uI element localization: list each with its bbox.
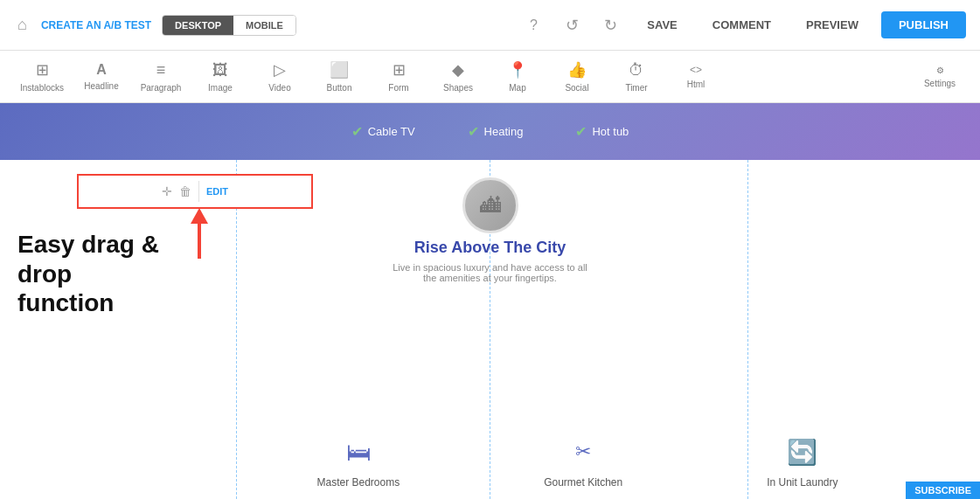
settings-button[interactable]: ⚙ Settings [914, 55, 966, 99]
toolbar-headline-label: Headline [84, 81, 118, 91]
top-navigation: ⌂ CREATE AN A/B TEST DESKTOP MOBILE ? ↺ … [0, 0, 980, 51]
toolbar-timer[interactable]: ⏱ Timer [608, 55, 664, 99]
video-icon: ▷ [274, 60, 286, 80]
banner-text-hottub: Hot tub [592, 125, 629, 138]
banner-text-cable: Cable TV [368, 125, 415, 138]
headline-icon: A [96, 62, 107, 78]
toolbar-form-label: Form [388, 83, 408, 93]
arrow-head [191, 208, 208, 224]
toolbar-video-label: Video [268, 83, 290, 93]
description-text: Easy drag & drop function [17, 230, 210, 318]
kitchen-label: Gourmet Kitchen [544, 476, 622, 489]
toolbar-paragraph-label: Paragraph [141, 83, 182, 93]
icon-item-kitchen: ✂ Gourmet Kitchen [544, 433, 622, 489]
toolbar-headline[interactable]: A Headline [73, 55, 129, 99]
laundry-icon: 🔄 [780, 433, 825, 471]
html-icon: <> [690, 64, 702, 76]
banner-item-hottub: ✔ Hot tub [575, 123, 629, 140]
toolbar-timer-label: Timer [625, 83, 647, 93]
banner-item-cable: ✔ Cable TV [351, 123, 415, 140]
profile-avatar: 🏙 [462, 177, 518, 233]
publish-button[interactable]: PUBLISH [881, 11, 966, 38]
button-icon: ⬜ [330, 60, 349, 80]
bottom-icons-row: 🛏 Master Bedrooms ✂ Gourmet Kitchen 🔄 In… [245, 433, 910, 489]
purple-banner: ✔ Cable TV ✔ Heating ✔ Hot tub [0, 103, 980, 160]
icon-item-laundry: 🔄 In Unit Laundry [767, 433, 838, 489]
image-icon: 🖼 [212, 61, 228, 80]
save-button[interactable]: SAVE [635, 13, 689, 37]
bedrooms-icon: 🛏 [336, 433, 381, 471]
description-line1: Easy drag & drop [17, 230, 210, 288]
comment-button[interactable]: COMMENT [700, 13, 783, 37]
preview-button[interactable]: PREVIEW [794, 13, 871, 37]
drag-element-box[interactable]: ✛ 🗑 EDIT [77, 174, 313, 209]
toolbar-instablocks[interactable]: ⊞ Instablocks [14, 55, 70, 99]
guide-line-1 [236, 160, 237, 499]
description-line2: function [17, 288, 210, 318]
toolbar-image[interactable]: 🖼 Image [192, 55, 248, 99]
toolbar-button[interactable]: ⬜ Button [311, 55, 367, 99]
paragraph-icon: ≡ [156, 61, 166, 80]
undo-icon: ↺ [566, 16, 579, 35]
divider [198, 181, 199, 202]
banner-text-heating: Heating [484, 125, 524, 138]
form-icon: ⊞ [393, 60, 406, 80]
laundry-label: In Unit Laundry [767, 476, 838, 489]
banner-item-heating: ✔ Heating [468, 123, 524, 140]
toolbar-video[interactable]: ▷ Video [252, 55, 308, 99]
mobile-tab[interactable]: MOBILE [233, 16, 295, 35]
settings-label: Settings [924, 79, 956, 88]
toolbar-html[interactable]: <> Html [668, 55, 724, 99]
subscribe-hint[interactable]: SUBSCRIBE [906, 482, 980, 499]
profile-title: Rise Above The City [414, 239, 566, 257]
toolbar-paragraph[interactable]: ≡ Paragraph [133, 55, 189, 99]
delete-icon[interactable]: 🗑 [179, 184, 191, 198]
help-button[interactable]: ? [519, 11, 547, 39]
toolbar-social-label: Social [565, 83, 588, 93]
home-icon[interactable]: ⌂ [14, 12, 31, 38]
profile-subtitle: Live in spacious luxury and have access … [386, 262, 595, 283]
toolbar-button-label: Button [327, 83, 352, 93]
bedrooms-label: Master Bedrooms [316, 476, 400, 489]
edit-button[interactable]: EDIT [206, 186, 228, 197]
view-tabs: DESKTOP MOBILE [162, 15, 296, 36]
map-icon: 📍 [508, 60, 527, 80]
social-icon: 👍 [567, 60, 587, 80]
content-area: ✛ 🗑 EDIT Easy drag & drop function 🏙 Ris… [0, 160, 980, 499]
red-arrow [191, 209, 208, 259]
toolbar-shapes-label: Shapes [443, 83, 473, 93]
desktop-tab[interactable]: DESKTOP [163, 16, 233, 35]
help-icon: ? [530, 17, 538, 33]
toolbar-map[interactable]: 📍 Map [490, 55, 546, 99]
drag-handle-icon[interactable]: ✛ [162, 184, 172, 198]
redo-icon: ↻ [604, 16, 617, 35]
toolbar-html-label: Html [687, 80, 705, 89]
ab-test-link[interactable]: CREATE AN A/B TEST [41, 19, 151, 31]
arrow-shaft [198, 224, 201, 259]
toolbar-social[interactable]: 👍 Social [549, 55, 605, 99]
undo-button[interactable]: ↺ [558, 11, 586, 39]
canvas-area: ✔ Cable TV ✔ Heating ✔ Hot tub ✛ 🗑 EDIT [0, 103, 980, 499]
check-icon-cable: ✔ [351, 123, 363, 140]
settings-icon: ⚙ [936, 66, 944, 75]
toolbar-map-label: Map [509, 83, 525, 93]
icon-item-bedrooms: 🛏 Master Bedrooms [316, 433, 400, 489]
timer-icon: ⏱ [629, 61, 644, 80]
kitchen-icon: ✂ [560, 433, 606, 471]
center-profile: 🏙 Rise Above The City Live in spacious l… [386, 177, 595, 283]
shapes-icon: ◆ [452, 60, 464, 80]
check-icon-heating: ✔ [468, 123, 479, 140]
check-icon-hottub: ✔ [575, 123, 587, 140]
toolbar-image-label: Image [208, 83, 233, 93]
toolbar-form[interactable]: ⊞ Form [371, 55, 427, 99]
toolbar-instablocks-label: Instablocks [20, 83, 64, 93]
toolbar: ⊞ Instablocks A Headline ≡ Paragraph 🖼 I… [0, 51, 980, 103]
redo-button[interactable]: ↻ [596, 11, 624, 39]
toolbar-shapes[interactable]: ◆ Shapes [430, 55, 486, 99]
instablocks-icon: ⊞ [36, 60, 49, 80]
profile-icon: 🏙 [480, 193, 501, 218]
